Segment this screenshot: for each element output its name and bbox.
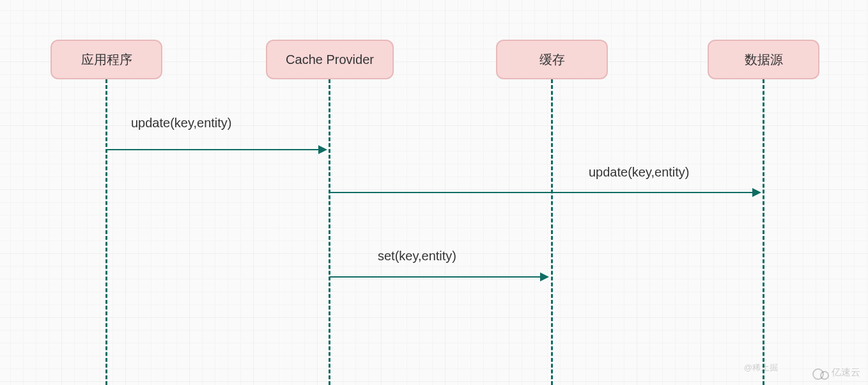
- lifeline-store: [551, 79, 553, 385]
- msg-update-cache-ds-arrow: [752, 188, 761, 197]
- msg-update-app-cache-label: update(key,entity): [131, 116, 232, 130]
- lifeline-app: [105, 79, 107, 385]
- msg-update-cache-ds-line: [330, 192, 754, 193]
- participant-store: 缓存: [496, 40, 608, 79]
- participant-ds: 数据源: [708, 40, 819, 79]
- lifeline-cache: [329, 79, 330, 385]
- watermark-right: 亿速云: [812, 366, 860, 379]
- participant-app: 应用程序: [50, 40, 162, 79]
- msg-update-app-cache-line: [107, 149, 320, 150]
- participant-cache: Cache Provider: [266, 40, 394, 79]
- msg-update-cache-ds-label: update(key,entity): [589, 165, 690, 180]
- msg-set-cache-store-line: [330, 276, 541, 278]
- cloud-icon: [812, 367, 829, 379]
- msg-set-cache-store-label: set(key,entity): [378, 249, 456, 263]
- lifeline-ds: [763, 79, 764, 385]
- msg-update-app-cache-arrow: [318, 145, 327, 154]
- msg-set-cache-store-arrow: [540, 272, 549, 281]
- watermark-right-text: 亿速云: [832, 366, 860, 379]
- watermark-left: @稀土掘: [744, 362, 779, 373]
